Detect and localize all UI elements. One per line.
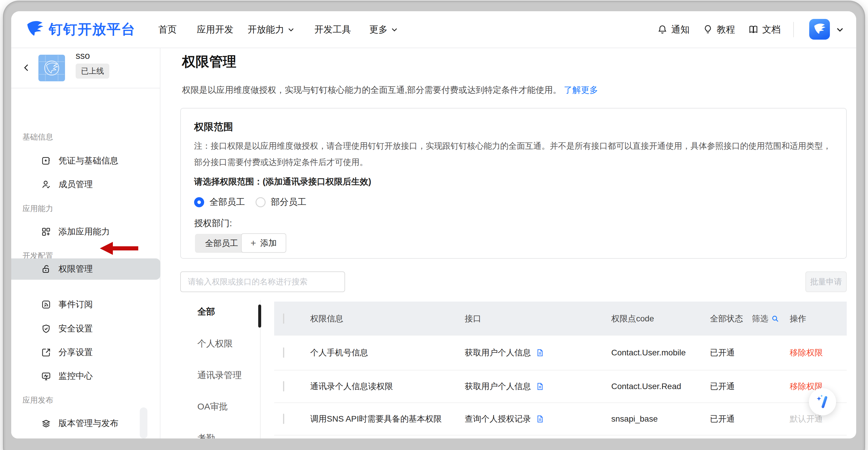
sidebar-scrollbar[interactable] bbox=[140, 407, 148, 439]
tab-oa-approval[interactable]: OA审批 bbox=[197, 401, 228, 413]
authorized-dept-label: 授权部门: bbox=[194, 217, 232, 229]
app-name: sso bbox=[75, 51, 90, 61]
sidebar-section-app-capability: 应用能力 bbox=[23, 203, 53, 214]
permission-scope-card: 权限范围 注：接口权限是以应用维度做授权，请合理使用钉钉开放接口，实现跟钉钉核心… bbox=[180, 108, 847, 259]
logo-text: 钉钉开放平台 bbox=[49, 20, 135, 39]
sidebar-divider bbox=[11, 88, 160, 88]
bell-icon bbox=[657, 24, 668, 35]
sidebar-item-members[interactable]: 成员管理 bbox=[11, 174, 160, 195]
sidebar-section-basic-info: 基础信息 bbox=[23, 132, 53, 142]
page-title: 权限管理 bbox=[182, 53, 236, 71]
api-doc-icon[interactable] bbox=[536, 348, 545, 357]
plus-icon: + bbox=[251, 238, 256, 248]
add-dept-button[interactable]: + 添加 bbox=[241, 233, 286, 253]
id-card-icon bbox=[41, 156, 52, 166]
sidebar-item-event-subscription[interactable]: 事件订阅 bbox=[11, 294, 160, 315]
scope-note-line1: 注：接口权限是以应用维度做授权，请合理使用钉钉开放接口，实现跟钉钉核心能力的全面… bbox=[194, 140, 831, 152]
col-header-info: 权限信息 bbox=[310, 313, 465, 324]
chevron-down-icon bbox=[287, 26, 295, 33]
table-header-row: 权限信息 接口 权限点code 全部状态 筛选 操作 bbox=[274, 302, 847, 336]
radio-partial-employees-label[interactable]: 部分员工 bbox=[271, 196, 306, 208]
layers-icon bbox=[41, 418, 52, 429]
default-enabled-text: 默认开通 bbox=[790, 414, 823, 423]
remove-permission-link[interactable]: 移除权限 bbox=[790, 348, 823, 357]
sidebar-item-monitoring-center[interactable]: 监控中心 bbox=[11, 365, 160, 387]
shield-check-icon bbox=[41, 324, 52, 334]
book-icon bbox=[748, 24, 759, 35]
api-doc-icon[interactable] bbox=[536, 415, 545, 423]
sidebar-item-add-capability[interactable]: 添加应用能力 bbox=[11, 221, 160, 243]
learn-more-link[interactable]: 了解更多 bbox=[564, 85, 598, 94]
table-row: 个人手机号信息 获取用户个人信息 Contact.User.mobile 已开通… bbox=[274, 336, 847, 370]
scope-card-title: 权限范围 bbox=[194, 120, 233, 134]
api-doc-icon[interactable] bbox=[536, 382, 545, 391]
col-header-api: 接口 bbox=[465, 313, 611, 324]
page-description: 权限是以应用维度做授权，实现与钉钉核心能力的全面互通,部分需要付费或达到特定条件… bbox=[182, 84, 598, 96]
status-filter-dropdown[interactable]: 全部状态 bbox=[710, 313, 743, 325]
radio-partial-employees[interactable] bbox=[255, 197, 266, 207]
nav-docs[interactable]: 文档 bbox=[748, 11, 780, 48]
col-header-action: 操作 bbox=[790, 313, 847, 324]
top-navbar: 钉钉开放平台 首页 应用开发 开放能力 开发工具 更多 bbox=[11, 11, 856, 48]
monitor-pulse-icon bbox=[41, 371, 52, 382]
radio-all-employees[interactable] bbox=[194, 197, 204, 207]
grid-plus-icon bbox=[41, 226, 52, 237]
person-check-icon bbox=[41, 179, 52, 190]
nav-item-home[interactable]: 首页 bbox=[158, 11, 177, 48]
magic-wand-icon bbox=[814, 394, 831, 410]
chevron-down-icon bbox=[391, 26, 398, 33]
tab-scrollbar-thumb[interactable] bbox=[258, 305, 261, 328]
dept-tag-all-employees: 全部员工 bbox=[195, 234, 248, 253]
window-frame: 钉钉开放平台 首页 应用开发 开放能力 开发工具 更多 bbox=[4, 1, 864, 450]
window-screen: 钉钉开放平台 首页 应用开发 开放能力 开发工具 更多 bbox=[11, 11, 856, 439]
avatar-chevron-down-icon[interactable] bbox=[836, 11, 844, 48]
scope-radio-group: 全部员工 部分员工 bbox=[194, 196, 306, 208]
scope-note-line2: 部分接口需要付费或达到特定条件后才可使用。 bbox=[194, 157, 368, 168]
sidebar-item-security-settings[interactable]: 安全设置 bbox=[11, 318, 160, 339]
dingtalk-logo[interactable]: 钉钉开放平台 bbox=[25, 20, 135, 39]
filter-button[interactable]: 筛选 bbox=[752, 313, 780, 324]
tab-contacts-management[interactable]: 通讯录管理 bbox=[197, 369, 242, 382]
nav-item-open-capability[interactable]: 开放能力 bbox=[248, 11, 295, 48]
nav-tutorials[interactable]: 教程 bbox=[703, 11, 735, 48]
nav-item-app-dev[interactable]: 应用开发 bbox=[197, 11, 234, 48]
user-avatar[interactable] bbox=[809, 19, 830, 39]
table-row: 通讯录个人信息读权限 获取用户个人信息 Contact.User.Read 已开… bbox=[274, 370, 847, 403]
permission-table: 权限信息 接口 权限点code 全部状态 筛选 操作 bbox=[274, 302, 847, 435]
lightbulb-icon bbox=[703, 24, 713, 35]
nav-divider bbox=[793, 22, 794, 37]
sidebar-section-app-release: 应用发布 bbox=[23, 395, 53, 405]
share-icon bbox=[41, 347, 52, 358]
nav-notifications[interactable]: 通知 bbox=[657, 11, 689, 48]
back-button[interactable] bbox=[20, 59, 33, 77]
row-checkbox[interactable] bbox=[283, 381, 284, 391]
radio-all-employees-label[interactable]: 全部员工 bbox=[210, 196, 245, 208]
table-row: 调用SNS API时需要具备的基本权限 查询个人授权记录 snsapi_base… bbox=[274, 403, 847, 435]
nav-item-more[interactable]: 更多 bbox=[369, 11, 398, 48]
permission-search-input[interactable] bbox=[180, 272, 345, 292]
sidebar-item-permission-management[interactable]: 权限管理 bbox=[11, 258, 160, 280]
app-status-badge: 已上线 bbox=[75, 63, 109, 79]
batch-apply-button[interactable]: 批量申请 bbox=[805, 272, 847, 292]
lock-open-icon bbox=[41, 264, 52, 274]
tab-all[interactable]: 全部 bbox=[197, 306, 215, 318]
sidebar-item-credentials[interactable]: 凭证与基础信息 bbox=[11, 150, 160, 171]
col-header-code: 权限点code bbox=[611, 313, 710, 324]
sidebar-item-share-settings[interactable]: 分享设置 bbox=[11, 342, 160, 363]
row-checkbox[interactable] bbox=[283, 347, 284, 358]
tab-attendance[interactable]: 考勤 bbox=[197, 432, 215, 439]
sidebar-item-version-release[interactable]: 版本管理与发布 bbox=[11, 413, 160, 434]
nav-item-dev-tools[interactable]: 开发工具 bbox=[314, 11, 351, 48]
ai-assistant-button[interactable] bbox=[809, 388, 836, 415]
annotation-arrow bbox=[100, 242, 138, 255]
search-icon bbox=[771, 314, 780, 323]
tab-personal-permission[interactable]: 个人权限 bbox=[197, 338, 233, 350]
rss-icon bbox=[41, 299, 52, 310]
select-all-checkbox[interactable] bbox=[283, 313, 284, 324]
dingtalk-wing-icon bbox=[25, 20, 44, 39]
app-avatar bbox=[38, 55, 65, 81]
scope-select-label: 请选择权限范围：(添加通讯录接口权限后生效) bbox=[194, 176, 371, 188]
row-checkbox[interactable] bbox=[283, 414, 284, 424]
